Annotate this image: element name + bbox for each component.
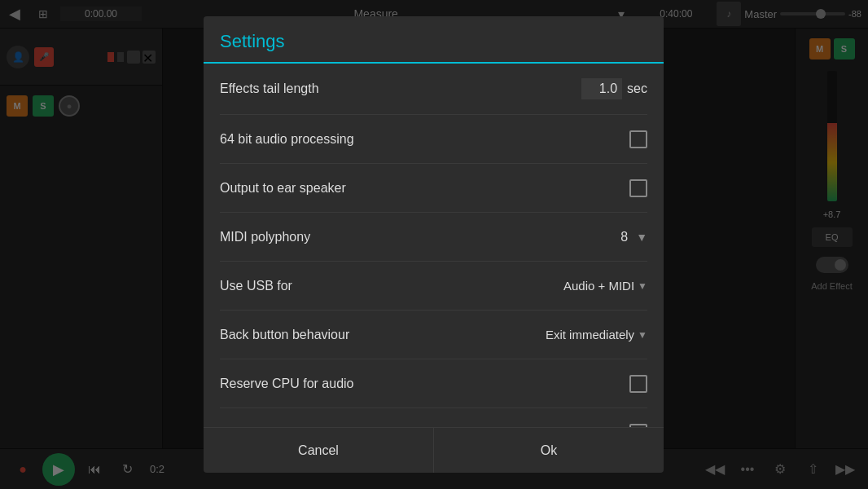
ear-speaker-checkbox[interactable] <box>629 179 647 197</box>
effects-tail-label: Effects tail length <box>220 82 319 96</box>
usb-control[interactable]: Audio + MIDI ▼ <box>563 279 647 293</box>
settings-title: Settings <box>220 31 647 52</box>
settings-header: Settings <box>204 16 664 64</box>
cancel-button[interactable]: Cancel <box>204 428 434 473</box>
64bit-checkbox[interactable] <box>629 130 647 148</box>
back-behaviour-value: Exit immediately <box>546 328 634 341</box>
usb-label: Use USB for <box>220 279 292 293</box>
settings-row-reserve-cpu: Reserve CPU for audio <box>220 359 647 408</box>
settings-row-usb: Use USB for Audio + MIDI ▼ <box>220 262 647 311</box>
usb-dropdown-arrow: ▼ <box>638 280 647 292</box>
ok-button[interactable]: Ok <box>434 428 664 473</box>
midi-polyphony-label: MIDI polyphony <box>220 230 310 244</box>
64bit-control[interactable] <box>629 130 647 148</box>
effects-tail-input[interactable] <box>581 78 622 99</box>
settings-row-ear-speaker: Output to ear speaker <box>220 164 647 213</box>
64bit-label: 64 bit audio processing <box>220 132 354 147</box>
reserve-cpu-control[interactable] <box>629 375 647 393</box>
settings-dialog: Settings Effects tail length sec 64 bit … <box>204 16 664 473</box>
back-behaviour-arrow: ▼ <box>638 329 647 341</box>
settings-footer: Cancel Ok <box>204 427 664 473</box>
back-behaviour-label: Back button behaviour <box>220 328 349 342</box>
midi-polyphony-value: 8 <box>620 230 628 244</box>
midi-polyphony-control: 8 ▼ <box>620 230 647 244</box>
settings-row-back-behaviour: Back button behaviour Exit immediately ▼ <box>220 311 647 359</box>
reserve-cpu-label: Reserve CPU for audio <box>220 377 354 391</box>
settings-row-midi-polyphony: MIDI polyphony 8 ▼ <box>220 213 647 262</box>
effects-tail-control: sec <box>581 78 647 99</box>
usb-dropdown-value: Audio + MIDI <box>563 279 634 293</box>
effects-tail-unit: sec <box>627 82 647 96</box>
ear-speaker-label: Output to ear speaker <box>220 181 346 196</box>
settings-row-effects-tail: Effects tail length sec <box>220 64 647 115</box>
settings-content: Effects tail length sec 64 bit audio pro… <box>204 64 664 427</box>
back-behaviour-control[interactable]: Exit immediately ▼ <box>546 328 647 341</box>
settings-row-64bit: 64 bit audio processing <box>220 115 647 164</box>
ear-speaker-control[interactable] <box>629 179 647 197</box>
settings-row-reverb-midi: Allow reverb for MIDI synths <box>220 408 647 427</box>
reserve-cpu-checkbox[interactable] <box>629 375 647 393</box>
midi-polyphony-stepper[interactable]: ▼ <box>636 231 647 244</box>
